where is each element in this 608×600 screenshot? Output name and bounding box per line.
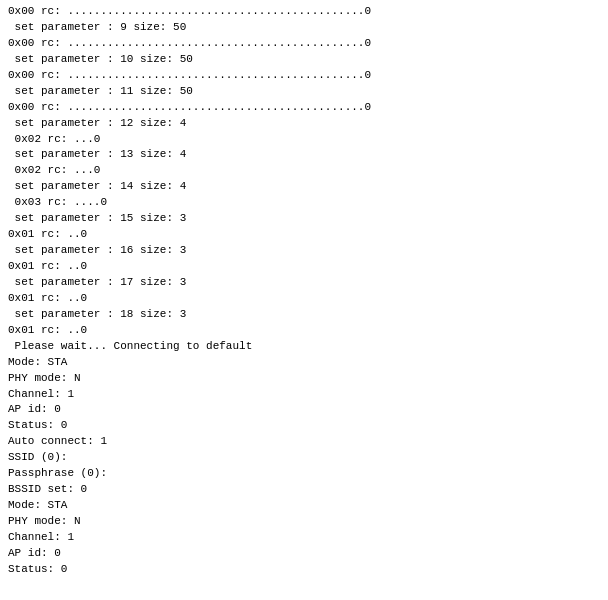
terminal-line: 0x01 rc: ..0 [8,259,600,275]
terminal-line: PHY mode: N [8,514,600,530]
terminal-line: set parameter : 11 size: 50 [8,84,600,100]
terminal-line: set parameter : 16 size: 3 [8,243,600,259]
terminal-line: 0x03 rc: ....0 [8,195,600,211]
terminal-line: Mode: STA [8,355,600,371]
terminal-line: set parameter : 9 size: 50 [8,20,600,36]
terminal-line: set parameter : 12 size: 4 [8,116,600,132]
terminal-line: 0x02 rc: ...0 [8,132,600,148]
terminal-line: Please wait... Connecting to default [8,339,600,355]
terminal-output: 0x00 rc: ...............................… [0,0,608,600]
terminal-line: Channel: 1 [8,530,600,546]
terminal-line: set parameter : 17 size: 3 [8,275,600,291]
terminal-line: set parameter : 10 size: 50 [8,52,600,68]
terminal-line: AP id: 0 [8,402,600,418]
terminal-line: BSSID set: 0 [8,482,600,498]
terminal-line: SSID (0): [8,450,600,466]
terminal-line: Passphrase (0): [8,466,600,482]
terminal-line: PHY mode: N [8,371,600,387]
terminal-line: Status: 0 [8,418,600,434]
terminal-line: 0x01 rc: ..0 [8,227,600,243]
terminal-line: Mode: STA [8,498,600,514]
terminal-line: 0x01 rc: ..0 [8,323,600,339]
terminal-line: AP id: 0 [8,546,600,562]
terminal-line: Status: 0 [8,562,600,578]
terminal-line: 0x00 rc: ...............................… [8,4,600,20]
terminal-line: 0x00 rc: ...............................… [8,36,600,52]
terminal-line: 0x01 rc: ..0 [8,291,600,307]
terminal-line: set parameter : 15 size: 3 [8,211,600,227]
terminal-line: set parameter : 18 size: 3 [8,307,600,323]
terminal-line: 0x00 rc: ...............................… [8,68,600,84]
terminal-line: set parameter : 13 size: 4 [8,147,600,163]
terminal-line: 0x00 rc: ...............................… [8,100,600,116]
terminal-line: Auto connect: 1 [8,434,600,450]
terminal-line: Channel: 1 [8,387,600,403]
terminal-line: set parameter : 14 size: 4 [8,179,600,195]
terminal-line: 0x02 rc: ...0 [8,163,600,179]
